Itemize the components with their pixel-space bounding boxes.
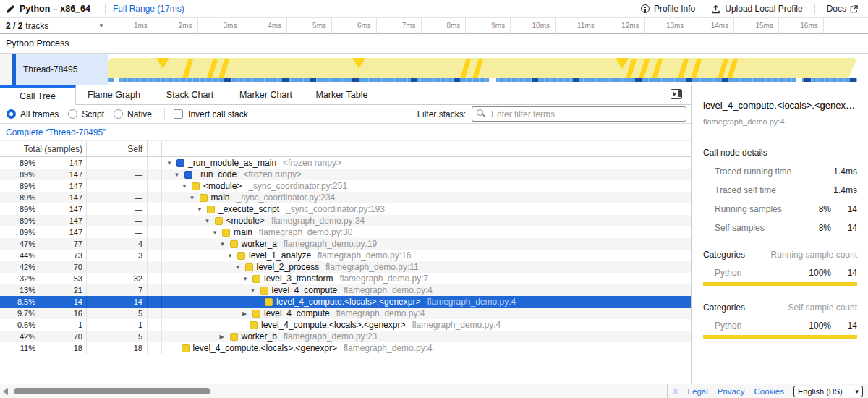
sample-dark-segment (804, 78, 811, 82)
table-row[interactable]: 89%147—▼<module>_sync_coordinator.py:251 (0, 180, 691, 192)
footer-link-legal[interactable]: Legal (688, 387, 708, 396)
time-tick: 14ms (689, 18, 734, 33)
marker-slash-icon (639, 59, 650, 80)
filter-stacks-input[interactable] (472, 106, 686, 122)
process-track-header[interactable]: Python Process (0, 34, 868, 54)
filter-row: All framesScriptNative Invert call stack… (0, 105, 691, 124)
collapse-arrow-icon[interactable]: ▼ (166, 160, 176, 166)
total-samples-cell: 147 (38, 226, 87, 238)
column-self[interactable]: Self (87, 141, 148, 156)
category-bar (703, 335, 857, 339)
tab-marker-chart[interactable]: Marker Chart (228, 85, 304, 105)
marker-slash-icon (678, 59, 689, 80)
radio-all-frames[interactable]: All frames (7, 109, 59, 119)
sidebar-toggle-icon[interactable] (671, 89, 682, 99)
table-row[interactable]: 0.6%11level_4_compute.<locals>.<genexpr>… (0, 319, 691, 331)
table-row[interactable]: 89%147—▼_run_code<frozen runpy> (0, 169, 691, 180)
table-row[interactable]: 89%147—▼_execute_script_sync_coordinator… (0, 203, 691, 215)
table-row[interactable]: 89%147—▼mainflamegraph_demo.py:30 (0, 226, 691, 238)
total-percent-cell: 9.7% (0, 309, 38, 318)
table-row[interactable]: 32%5332▼level_3_transformflamegraph_demo… (0, 273, 691, 284)
table-row[interactable]: 11%1818level_4_compute.<locals>.<genexpr… (0, 342, 691, 354)
profile-info-button[interactable]: Profile Info (641, 4, 695, 14)
collapse-arrow-icon[interactable]: ▼ (205, 218, 215, 224)
detail-label: Self samples (715, 223, 802, 233)
category-row: Python100%14 (703, 321, 857, 331)
collapse-arrow-icon[interactable]: ▼ (242, 276, 252, 282)
row-spacer-cell (148, 238, 162, 250)
tab-marker-table[interactable]: Marker Table (304, 85, 380, 105)
collapse-arrow-icon[interactable]: ▼ (174, 172, 184, 178)
time-tick: 5ms (287, 18, 332, 33)
footer-link-x[interactable]: X (673, 387, 678, 396)
info-icon (641, 4, 650, 13)
tab-flame-graph[interactable]: Flame Graph (76, 85, 152, 105)
thread-activity-graph[interactable] (109, 54, 868, 85)
expand-arrow-icon[interactable]: ▶ (220, 334, 230, 340)
category-header: CategoriesSelf sample count (703, 302, 857, 313)
marker-slash-icon (727, 59, 739, 80)
column-total[interactable]: Total (samples) (0, 141, 87, 156)
table-row[interactable]: 13%217▼level_4_computeflamegraph_demo.py… (0, 284, 691, 296)
table-row[interactable]: 8.5%1414level_4_compute.<locals>.<genexp… (0, 296, 691, 308)
collapse-arrow-icon[interactable]: ▼ (182, 183, 192, 190)
table-row[interactable]: 89%147—▼main_sync_coordinator.py:234 (0, 192, 691, 203)
time-tick: 9ms (466, 18, 511, 33)
expand-arrow-icon[interactable]: ▶ (242, 310, 252, 317)
marker-slash-icon (652, 59, 663, 80)
tab-stack-chart[interactable]: Stack Chart (152, 85, 228, 105)
total-samples-cell: 147 (38, 180, 87, 192)
frame-cell: ▼worker_aflamegraph_demo.py:19 (162, 238, 691, 250)
collapse-arrow-icon[interactable]: ▼ (250, 287, 260, 294)
python-frame-icon (215, 217, 223, 225)
panel-tabs: Call TreeFlame GraphStack ChartMarker Ch… (0, 85, 691, 105)
python-frame-icon (237, 252, 245, 260)
table-row[interactable]: 89%147—▼_run_module_as_main<frozen runpy… (0, 157, 691, 169)
edit-profile-name-icon[interactable] (6, 4, 15, 14)
full-range-button[interactable]: Full Range (17ms) (113, 4, 184, 14)
sample-gap (114, 78, 119, 82)
upload-profile-button[interactable]: Upload Local Profile (711, 4, 802, 14)
frame-cell: ▼<module>flamegraph_demo.py:34 (162, 215, 691, 226)
search-icon (477, 109, 483, 116)
profile-title: Python – x86_64 (20, 4, 90, 14)
marker-slash-icon (218, 59, 230, 80)
table-row[interactable]: 89%147—▼<module>flamegraph_demo.py:34 (0, 215, 691, 226)
footer-link-cookies[interactable]: Cookies (754, 387, 784, 396)
total-percent-cell: 11% (0, 344, 38, 352)
category-heading: Categories (703, 302, 745, 313)
tab-call-tree[interactable]: Call Tree (0, 85, 76, 105)
sample-strip (109, 78, 857, 82)
thread-track-label[interactable]: Thread-78495 (0, 54, 109, 85)
collapse-arrow-icon[interactable]: ▼ (235, 264, 245, 271)
footer-bar: XLegalPrivacyCookiesEnglish (US)▾ (0, 384, 868, 398)
collapse-arrow-icon[interactable]: ▼ (227, 253, 237, 259)
radio-native[interactable]: Native (114, 109, 152, 119)
table-row[interactable]: 42%70—▼level_2_processflamegraph_demo.py… (0, 261, 691, 273)
footer-link-privacy[interactable]: Privacy (718, 387, 745, 396)
time-tick: 3ms (198, 18, 243, 33)
self-samples-cell: 4 (87, 238, 148, 250)
scroll-left-arrow-icon[interactable] (3, 388, 8, 395)
docs-link[interactable]: Docs (827, 4, 862, 14)
complete-thread-link[interactable]: Complete “Thread-78495” (6, 127, 106, 137)
frame-name: level_3_transform (264, 274, 333, 284)
table-row[interactable]: 44%733▼level_1_analyzeflamegraph_demo.py… (0, 250, 691, 261)
row-spacer-cell (148, 331, 162, 342)
collapse-arrow-icon[interactable]: ▼ (220, 241, 230, 247)
table-row[interactable]: 42%705▶worker_bflamegraph_demo.py:23 (0, 331, 691, 342)
language-select[interactable]: English (US)▾ (793, 386, 863, 397)
radio-script[interactable]: Script (68, 109, 104, 119)
table-row[interactable]: 9.7%165▶level_4_computeflamegraph_demo.p… (0, 308, 691, 319)
detail-percent: 8% (802, 223, 831, 233)
frame-file: _sync_coordinator.py:251 (248, 181, 347, 191)
horizontal-scrollbar-thumb[interactable] (14, 388, 210, 394)
collapse-arrow-icon[interactable]: ▼ (190, 195, 200, 201)
collapse-arrow-icon[interactable]: ▼ (212, 229, 222, 236)
collapse-arrow-icon[interactable]: ▼ (197, 206, 207, 213)
tracks-dropdown[interactable]: 2 / 2 tracks ▼ (0, 18, 109, 33)
selected-track-accent (12, 54, 16, 85)
table-row[interactable]: 47%774▼worker_aflamegraph_demo.py:19 (0, 238, 691, 250)
row-spacer-cell (148, 203, 162, 215)
invert-call-stack-checkbox[interactable] (174, 109, 183, 119)
